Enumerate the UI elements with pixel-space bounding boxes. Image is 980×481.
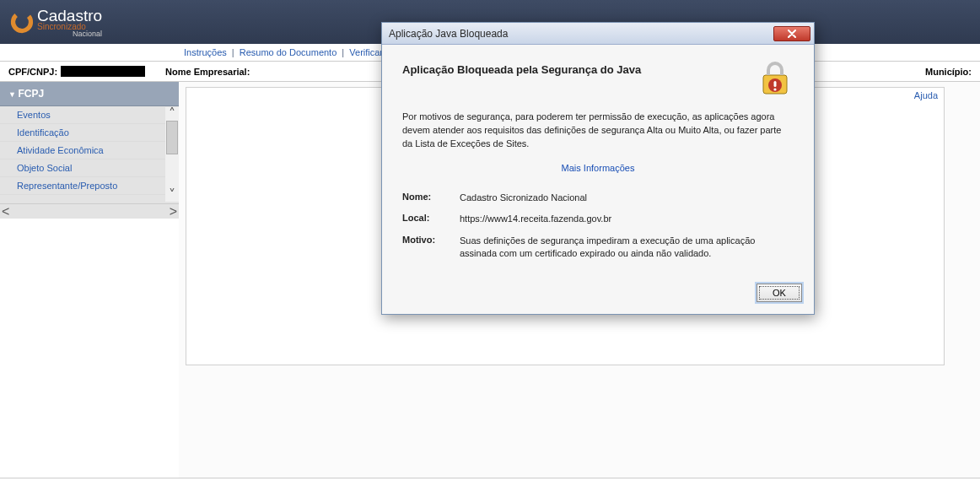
municipio-label: Município: bbox=[925, 67, 972, 77]
sidebar-item-atividade[interactable]: Atividade Econômica bbox=[0, 142, 179, 159]
svg-rect-3 bbox=[774, 81, 777, 87]
dialog-paragraph: Por motivos de segurança, para poderem t… bbox=[402, 111, 794, 151]
scroll-right-icon[interactable]: > bbox=[170, 204, 177, 219]
dialog-titlebar[interactable]: Aplicação Java Bloqueada bbox=[382, 23, 814, 45]
sidebar-item-eventos[interactable]: Eventos bbox=[0, 106, 179, 124]
scroll-down-icon[interactable]: ˅ bbox=[165, 188, 179, 202]
sidebar-hscroll[interactable]: < > bbox=[0, 203, 179, 219]
sidebar-item-objeto[interactable]: Objeto Social bbox=[0, 159, 179, 177]
java-blocked-dialog: Aplicação Java Bloqueada Aplicação Bloqu… bbox=[381, 22, 815, 315]
scroll-thumb[interactable] bbox=[166, 121, 178, 154]
sidebar-item-identificacao[interactable]: Identificação bbox=[0, 124, 179, 142]
logo: Cadastro Sincronizado Nacional bbox=[10, 7, 102, 38]
scroll-up-icon[interactable]: ˄ bbox=[165, 107, 179, 121]
logo-ring-icon bbox=[10, 10, 34, 34]
sidebar-header[interactable]: FCPJ bbox=[0, 82, 179, 106]
sidebar-vscroll[interactable]: ˄ ˅ bbox=[165, 107, 179, 202]
svg-point-0 bbox=[10, 10, 34, 34]
crumb-instrucoes[interactable]: Instruções bbox=[184, 47, 227, 57]
field-motivo-label: Motivo: bbox=[402, 235, 460, 261]
field-nome-label: Nome: bbox=[402, 192, 460, 204]
scroll-left-icon[interactable]: < bbox=[2, 204, 9, 219]
sidebar-item-representante[interactable]: Representante/Preposto bbox=[0, 177, 179, 195]
lock-warning-icon bbox=[757, 60, 794, 97]
field-local-value: https://www14.receita.fazenda.gov.br bbox=[460, 213, 794, 225]
help-link[interactable]: Ajuda bbox=[914, 90, 938, 100]
dialog-title: Aplicação Java Bloqueada bbox=[389, 28, 508, 40]
crumb-verificar[interactable]: Verificar bbox=[349, 47, 383, 57]
more-info-link[interactable]: Mais Informações bbox=[562, 163, 635, 173]
field-nome-value: Cadastro Sicronizado Nacional bbox=[460, 192, 794, 204]
sidebar: FCPJ Eventos Identificação Atividade Eco… bbox=[0, 82, 179, 219]
cpf-label: CPF/CNPJ: bbox=[8, 67, 57, 77]
field-motivo-value: Suas definições de segurança impediram a… bbox=[460, 235, 794, 261]
crumb-resumo[interactable]: Resumo do Documento bbox=[240, 47, 337, 57]
dialog-heading: Aplicação Bloqueada pela Segurança do Ja… bbox=[402, 60, 757, 76]
nome-empresarial-label: Nome Empresarial: bbox=[165, 67, 250, 77]
close-icon bbox=[787, 30, 797, 38]
ok-button[interactable]: OK bbox=[757, 284, 802, 302]
close-button[interactable] bbox=[773, 26, 810, 41]
field-local-label: Local: bbox=[402, 213, 460, 225]
svg-point-4 bbox=[773, 88, 776, 90]
cpf-value-redacted bbox=[61, 66, 145, 77]
